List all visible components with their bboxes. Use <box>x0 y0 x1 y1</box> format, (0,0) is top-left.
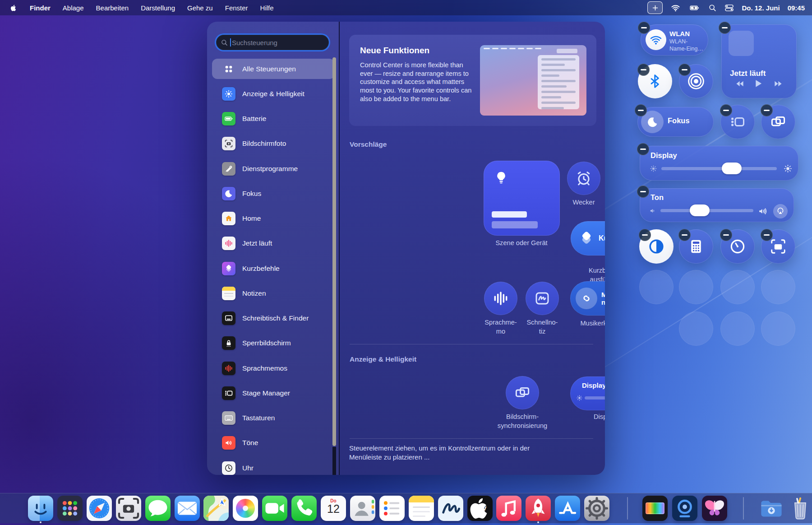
remove-airdrop-button[interactable] <box>678 64 691 76</box>
sidebar-item-tastaturen[interactable]: Tastaturen <box>212 408 335 428</box>
search-input[interactable]: Suchsteuerung <box>216 35 329 50</box>
dock-app-mail[interactable] <box>175 496 200 521</box>
remove-now-playing-button[interactable] <box>719 22 731 34</box>
sidebar-item-jetzt-laeuft[interactable]: Jetzt läuft <box>212 233 335 254</box>
sidebar-item-fokus[interactable]: Fokus <box>212 183 335 204</box>
voice-memo-control[interactable] <box>484 282 517 315</box>
dock-app-photo-media[interactable] <box>642 496 668 521</box>
sidebar-item-notizen[interactable]: Notizen <box>212 283 335 303</box>
calculator-tile[interactable] <box>679 229 713 264</box>
wifi-tile[interactable]: WLAN WLAN- Name-Eing… <box>641 24 708 56</box>
empty-control-slot[interactable] <box>720 270 755 304</box>
sidebar-item-home[interactable]: Home <box>212 209 335 229</box>
dock-app-settings[interactable] <box>584 496 609 521</box>
menu-item-gehe-zu[interactable]: Gehe zu <box>187 4 213 12</box>
volume-knob[interactable] <box>690 204 710 216</box>
airdrop-tile[interactable] <box>679 64 713 98</box>
dock-app-photos[interactable] <box>233 496 258 521</box>
dock-app-notes[interactable] <box>409 496 434 521</box>
remove-display-button[interactable] <box>637 143 649 155</box>
stage-manager-tile[interactable] <box>720 105 755 139</box>
dock-app-messages[interactable] <box>145 496 171 521</box>
sidebar-item-sperrbildschirm[interactable]: Sperrbildschirm <box>212 333 335 353</box>
sidebar-scrollbar[interactable] <box>332 57 336 446</box>
sidebar-item-uhr[interactable]: Uhr <box>212 458 335 475</box>
apple-menu-icon[interactable] <box>10 4 18 12</box>
volume-track[interactable] <box>660 209 753 212</box>
rewind-button[interactable] <box>733 79 747 88</box>
sidebar-item-kurzbefehle[interactable]: Kurzbefehle <box>212 258 335 279</box>
empty-control-slot[interactable] <box>720 311 755 346</box>
remove-focus-button[interactable] <box>635 104 647 116</box>
dock-app-freeform[interactable] <box>438 496 463 521</box>
sidebar-item-toene[interactable]: Töne <box>212 433 335 453</box>
dock-app-tv[interactable]: tv <box>467 496 493 521</box>
remove-sound-button[interactable] <box>637 186 649 198</box>
sidebar-item-schreibtisch-finder[interactable]: Schreibtisch & Finder <box>212 308 335 329</box>
dock-app-finder[interactable] <box>28 496 53 521</box>
dock-app-safari[interactable] <box>87 496 112 521</box>
dock-app-butterfly[interactable] <box>702 496 727 521</box>
brightness-knob[interactable] <box>722 163 742 174</box>
sidebar-item-bildschirmfoto[interactable]: Bildschirmfoto <box>212 134 335 154</box>
remove-timer-button[interactable] <box>720 229 732 241</box>
dock-app-music[interactable] <box>496 496 521 521</box>
screenshot-tile[interactable] <box>761 229 795 264</box>
dock-app-calendar[interactable]: Do12 <box>321 496 346 521</box>
menubar-time[interactable]: 09:45 <box>788 4 805 12</box>
remove-stage-manager-button[interactable] <box>720 104 732 116</box>
menu-item-bearbeiten[interactable]: Bearbeiten <box>96 4 129 12</box>
dock-app-reminders[interactable] <box>379 496 405 521</box>
display-slider-control[interactable]: Display <box>570 376 605 410</box>
wifi-menu-icon[interactable] <box>670 3 681 13</box>
remove-wifi-button[interactable] <box>638 22 650 34</box>
bluetooth-tile[interactable] <box>638 64 672 98</box>
screen-mirroring-control[interactable] <box>506 376 539 409</box>
dock-app-rocket[interactable] <box>526 496 551 521</box>
remove-screenshot-button[interactable] <box>761 229 773 241</box>
focus-tile[interactable]: Fokus <box>637 107 714 137</box>
sidebar-item-alle-steuerungen[interactable]: Alle Steuerungen <box>212 59 335 79</box>
add-control-menubar-target[interactable] <box>647 1 663 14</box>
sidebar-item-dienstprogramme[interactable]: Dienstprogramme <box>212 158 335 179</box>
dock-app-screenshot[interactable] <box>116 496 141 521</box>
menubar-date[interactable]: Do. 12. Juni <box>742 4 780 12</box>
sound-tile[interactable]: Ton <box>640 188 794 222</box>
dock-app-trash[interactable] <box>788 496 812 521</box>
run-shortcut-control[interactable]: Kurzbefehl <box>571 221 605 256</box>
battery-menu-icon[interactable] <box>688 3 701 13</box>
now-playing-tile[interactable]: Jetzt läuft <box>721 24 797 98</box>
sidebar-item-sprachmemos[interactable]: Sprachmemos <box>212 358 335 378</box>
menu-app-name[interactable]: Finder <box>30 4 51 12</box>
empty-control-slot[interactable] <box>639 270 674 304</box>
dock-app-contacts[interactable] <box>350 496 375 521</box>
dock-app-maps[interactable] <box>203 496 229 521</box>
control-center-menu-icon[interactable] <box>724 3 734 13</box>
mini-brightness-track[interactable] <box>585 396 605 400</box>
alarm-control[interactable] <box>567 162 600 195</box>
dock-app-media-device[interactable] <box>672 496 697 521</box>
dock-app-facetime[interactable] <box>262 496 287 521</box>
wifi-toggle[interactable] <box>646 29 666 50</box>
dock-app-app-store[interactable] <box>555 496 580 521</box>
empty-control-slot[interactable] <box>761 311 795 346</box>
sidebar-item-batterie[interactable]: Batterie <box>212 109 335 129</box>
remove-dark-mode-button[interactable] <box>639 229 651 241</box>
dark-mode-tile[interactable] <box>639 229 674 264</box>
fast-forward-button[interactable] <box>771 79 785 88</box>
empty-control-slot[interactable] <box>679 311 713 346</box>
airplay-audio-button[interactable] <box>773 204 788 218</box>
menu-item-hilfe[interactable]: Hilfe <box>260 4 274 12</box>
dock-app-launchpad[interactable] <box>57 496 83 521</box>
quick-note-control[interactable] <box>526 282 559 315</box>
sidebar-item-anzeige-helligkeit[interactable]: Anzeige & Helligkeit <box>212 84 335 104</box>
timer-tile[interactable] <box>720 229 755 264</box>
remove-calculator-button[interactable] <box>678 229 691 241</box>
menu-item-fenster[interactable]: Fenster <box>225 4 248 12</box>
empty-control-slot[interactable] <box>761 270 795 304</box>
brightness-track[interactable] <box>661 167 777 170</box>
screen-mirroring-tile[interactable] <box>761 105 795 139</box>
menu-item-darstellung[interactable]: Darstellung <box>141 4 175 12</box>
spotlight-search-icon[interactable] <box>708 3 717 13</box>
sidebar-item-stage-manager[interactable]: Stage Manager <box>212 383 335 403</box>
